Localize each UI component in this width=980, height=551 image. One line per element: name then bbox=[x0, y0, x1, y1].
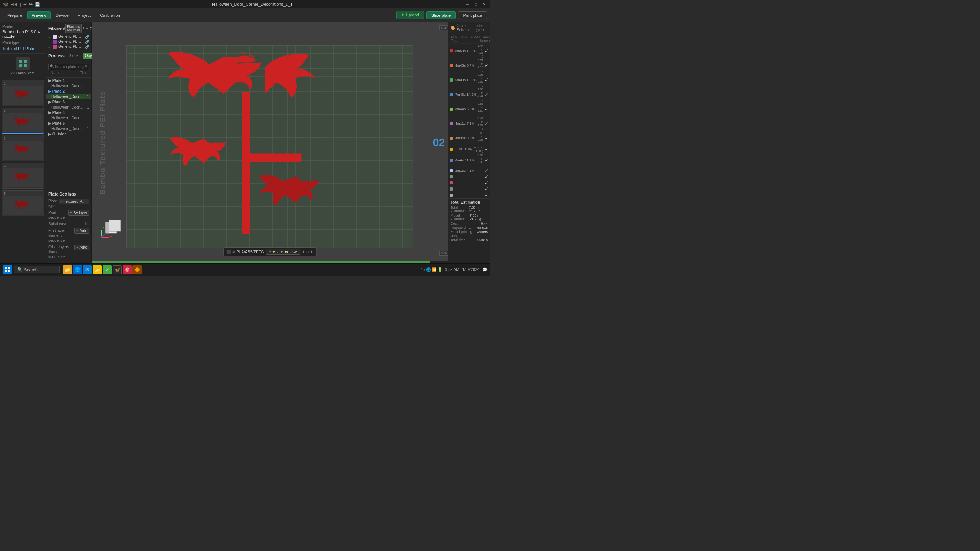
plate-type-value-printer[interactable]: Textured PEI Plate bbox=[2, 47, 43, 51]
color-row-display[interactable]: ✓ bbox=[485, 180, 488, 186]
col-used: Used filament bbox=[479, 35, 490, 42]
first-layer-row: First layer filament sequence ~ Auto bbox=[48, 228, 89, 243]
color-row-display[interactable]: ✓ bbox=[485, 77, 488, 83]
layer-nav-mid[interactable]: □ bbox=[306, 250, 309, 254]
color-row-display[interactable]: ✓ bbox=[485, 147, 488, 152]
app-green[interactable]: ✔ bbox=[103, 265, 112, 274]
plate-thumbnail-2[interactable]: 2 bbox=[2, 108, 44, 134]
remove-filament-btn[interactable]: − bbox=[86, 24, 88, 33]
app-edge[interactable]: 🌐 bbox=[73, 265, 82, 274]
mid-panel: Filament Flushing volumes + − ⚙ ⋮ 1 Gene… bbox=[46, 22, 92, 263]
filament-name-1[interactable]: Generic PLA Silk bbox=[58, 34, 83, 39]
save-btn[interactable]: 💾 bbox=[35, 2, 40, 7]
plate-thumbnail-3[interactable]: 3 bbox=[2, 135, 44, 161]
line-type-selector[interactable]: ~ Line Type ▾ bbox=[474, 24, 488, 32]
filament-link-2[interactable]: 🔗 bbox=[85, 40, 89, 44]
plate3-header[interactable]: ▶ Plate 3 bbox=[46, 99, 91, 105]
prepare-btn[interactable]: Prepare bbox=[3, 11, 26, 19]
search-icon-taskbar: 🔍 bbox=[17, 267, 23, 272]
filament-color-2 bbox=[53, 40, 57, 44]
undo-btn[interactable]: ↩ bbox=[23, 2, 27, 7]
minimize-btn[interactable]: ─ bbox=[465, 2, 470, 7]
app-file-manager[interactable]: 📂 bbox=[93, 265, 102, 274]
upload-btn[interactable]: ⬆ Upload bbox=[396, 11, 424, 19]
plate2-header[interactable]: ▶ Plate 2 bbox=[46, 88, 91, 94]
plate1-header[interactable]: ▶ Plate 1 bbox=[46, 78, 91, 83]
color-row-display[interactable]: ✓ bbox=[485, 168, 488, 173]
flushing-volumes-btn[interactable]: Flushing volumes bbox=[65, 24, 82, 33]
color-row-display[interactable]: ✓ bbox=[485, 63, 488, 68]
other-layers-dropdown[interactable]: ~ Auto bbox=[74, 245, 89, 250]
title-bar-controls: ─ □ ✕ bbox=[465, 2, 487, 7]
plate-type-dropdown[interactable]: ~ Textured PEI... bbox=[59, 199, 89, 204]
print-seq-dropdown[interactable]: ~ By layer bbox=[68, 210, 89, 216]
slice-btn[interactable]: Slice plate bbox=[426, 11, 456, 19]
filament-name-2[interactable]: Generic PLA Silk bbox=[58, 39, 83, 44]
start-button[interactable] bbox=[3, 265, 12, 274]
close-btn[interactable]: ✕ bbox=[482, 2, 487, 7]
file-menu[interactable]: File bbox=[11, 2, 18, 7]
app-explorer[interactable]: 📁 bbox=[63, 265, 72, 274]
plate-thumbnail-1[interactable]: 1 bbox=[2, 80, 44, 106]
maximize-btn[interactable]: □ bbox=[473, 2, 479, 7]
color-row-pct: 8.3% bbox=[467, 136, 475, 140]
app-misc[interactable]: 🎯 bbox=[122, 265, 132, 274]
printer-name[interactable]: Bambu Lab P1S 0.4 nozzle bbox=[2, 29, 43, 39]
redo-btn[interactable]: ↪ bbox=[29, 2, 33, 7]
color-swatch bbox=[450, 49, 453, 52]
plate3-item1[interactable]: Halloween_Door_Corn...Decorations_1_3.st… bbox=[46, 105, 91, 110]
color-row-display[interactable]: ✓ bbox=[485, 135, 488, 141]
outside-header[interactable]: ▶ Outside bbox=[46, 131, 91, 137]
color-row-display[interactable]: ✓ bbox=[485, 174, 488, 179]
app-bambu[interactable]: 🦋 bbox=[113, 265, 122, 274]
svg-rect-2 bbox=[19, 64, 22, 67]
app-misc2[interactable]: 🔶 bbox=[132, 265, 142, 274]
filament-link-1[interactable]: 🔗 bbox=[85, 35, 89, 39]
color-row-display[interactable]: ✓ bbox=[485, 158, 488, 163]
plate2-item1[interactable]: Halloween_Door_Corn...Decorations_1_2.st… bbox=[46, 94, 91, 99]
device-btn[interactable]: Device bbox=[51, 11, 73, 19]
color-row-display[interactable]: ✓ bbox=[485, 121, 488, 126]
thumb-num: 5 bbox=[3, 191, 43, 196]
color-row-pct: 14.2% bbox=[467, 93, 476, 96]
app-mail[interactable]: ✉ bbox=[83, 265, 92, 274]
preview-btn[interactable]: Preview bbox=[27, 11, 51, 19]
plate4-header[interactable]: ▶ Plate 4 bbox=[46, 110, 91, 116]
plate5-header[interactable]: ▶ Plate 5 bbox=[46, 121, 91, 126]
color-row-time: 5m38s bbox=[455, 78, 466, 82]
first-layer-dropdown[interactable]: ~ Auto bbox=[74, 228, 89, 234]
color-row-used: 0.03 m 0.09 g bbox=[475, 153, 483, 167]
color-row-display[interactable]: ✓ bbox=[485, 48, 488, 54]
filament-link-3[interactable]: 🔗 bbox=[85, 45, 89, 49]
taskbar-search[interactable]: 🔍 Search bbox=[14, 266, 60, 273]
search-clear-btn[interactable]: ✕ bbox=[85, 64, 88, 68]
plates-stats-btn[interactable]: All Plates Stats bbox=[0, 54, 46, 78]
color-row-display[interactable]: ✓ bbox=[485, 106, 488, 112]
plate-thumbnail-5[interactable]: 5 bbox=[2, 190, 44, 216]
filament-header: Filament Flushing volumes + − ⚙ ⋮ bbox=[48, 24, 89, 33]
layer-nav-down[interactable]: ⬇ bbox=[310, 250, 313, 254]
color-row-display[interactable]: ✓ bbox=[485, 186, 488, 192]
plate5-item1[interactable]: Halloween_Door_Corn...Decorations_1_5.st… bbox=[46, 126, 91, 131]
color-row-display[interactable]: ✓ bbox=[485, 92, 488, 97]
obj-group-plate4: ▶ Plate 4 Halloween_Door_Corn...Decorati… bbox=[46, 110, 91, 121]
filament-name-3[interactable]: Generic PLA Silk bbox=[58, 44, 83, 49]
svg-rect-9 bbox=[242, 92, 250, 233]
process-global-tab[interactable]: Global bbox=[66, 53, 82, 59]
calibration-btn[interactable]: Calibration bbox=[96, 11, 124, 19]
progress-bar-container[interactable] bbox=[92, 261, 448, 263]
layer-nav-up[interactable]: ⬆ bbox=[302, 250, 305, 254]
total-row: Model printing time49m9s bbox=[451, 230, 488, 238]
color-row-display[interactable]: ✓ bbox=[485, 192, 488, 198]
add-filament-btn[interactable]: + bbox=[82, 24, 85, 33]
canvas-bg[interactable]: Bambu Textured PEI Plate bbox=[92, 22, 448, 263]
spiral-vase-checkbox[interactable] bbox=[85, 222, 89, 225]
print-btn[interactable]: Print plate bbox=[458, 11, 487, 19]
project-btn[interactable]: Project bbox=[74, 11, 95, 19]
other-layers-row: Other layers filament sequence ~ Auto bbox=[48, 245, 89, 259]
notifications-btn[interactable]: 💬 bbox=[482, 267, 487, 272]
search-input[interactable] bbox=[48, 64, 89, 70]
plate1-item1[interactable]: Halloween_Door_Corn...Decorations_1_1.st… bbox=[46, 83, 91, 88]
plate-thumbnail-4[interactable]: 4 bbox=[2, 163, 44, 189]
plate4-item1[interactable]: Halloween_Door_Corn...Decorations_1_4.st… bbox=[46, 116, 91, 121]
